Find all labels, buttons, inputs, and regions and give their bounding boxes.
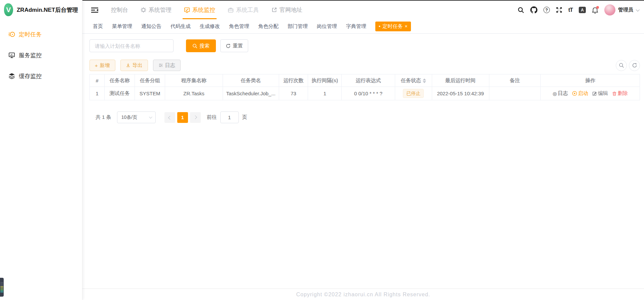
column-header-status[interactable]: 任务状态 — [395, 74, 432, 87]
refresh-table-button[interactable] — [629, 60, 640, 71]
stats-stripe — [0, 292, 3, 292]
search-button[interactable]: 搜索 — [186, 39, 216, 52]
server-monitor-icon — [8, 52, 15, 59]
table-tools — [616, 60, 640, 71]
show-search-toggle-button[interactable] — [616, 60, 627, 71]
reset-button[interactable]: 重置 — [220, 39, 248, 52]
gear-icon — [141, 7, 146, 13]
column-header-assembly: 程序集名称 — [165, 74, 223, 87]
tab-close-icon[interactable]: × — [405, 24, 407, 29]
content-area: 搜索 重置 + 新增 — [82, 34, 644, 289]
next-page-button[interactable] — [190, 112, 201, 123]
main-area: 控制台 系统管理 — [82, 0, 644, 300]
cell-index: 1 — [90, 87, 105, 100]
nav-item-label: 系统监控 — [192, 6, 215, 14]
avatar — [604, 4, 615, 15]
nav-right: ? tT A 管理员 — [518, 4, 639, 15]
bell-icon[interactable] — [592, 7, 598, 13]
cell-last-run: 2022-05-15 10:42:39 — [432, 87, 489, 100]
cell-run-count: 73 — [279, 87, 308, 100]
nav-item-official-site[interactable]: 官网地址 — [271, 1, 302, 19]
column-header-class: 任务类名 — [223, 74, 279, 87]
tab-department-management[interactable]: 部门管理 — [288, 23, 308, 30]
status-badge: 已停止 — [403, 89, 424, 98]
row-edit-link[interactable]: 编辑 — [592, 90, 608, 97]
search-icon[interactable] — [518, 7, 524, 13]
cell-actions: ◎ 日志 — [541, 87, 640, 100]
cell-remark — [489, 87, 541, 100]
tab-menu-management[interactable]: 菜单管理 — [112, 23, 132, 30]
prev-page-button[interactable] — [164, 112, 175, 123]
tab-bar: 首页 菜单管理 通知公告 代码生成 生成修改 角色管理 角色分配 部门管理 岗位… — [82, 19, 644, 34]
tab-role-assignment[interactable]: 角色分配 — [258, 23, 278, 30]
stats-stripe — [0, 285, 3, 286]
task-name-search-input[interactable] — [89, 39, 174, 52]
column-header-interval: 执行间隔(s) — [308, 74, 342, 87]
nav-left: 控制台 系统管理 — [91, 1, 302, 19]
sidebar-item-service-monitor[interactable]: 服务监控 — [0, 45, 82, 66]
sidebar-item-cache-monitor[interactable]: 缓存监控 — [0, 66, 82, 87]
tab-generation-edit[interactable]: 生成修改 — [200, 23, 220, 30]
fullscreen-icon[interactable] — [556, 7, 562, 13]
stats-stripe — [0, 288, 3, 288]
log-button-label: 日志 — [165, 62, 175, 69]
sort-carets-icon[interactable] — [423, 78, 426, 83]
row-log-link[interactable]: ◎ 日志 — [553, 90, 568, 97]
cell-status: 已停止 — [395, 87, 432, 100]
download-icon — [126, 63, 130, 68]
tab-dot-icon: ● — [379, 25, 380, 28]
tab-label: 定时任务 — [382, 23, 403, 30]
logo-row[interactable]: V ZRAdmin.NET后台管理 — [0, 0, 82, 20]
log-button[interactable]: 日志 — [153, 60, 181, 71]
tab-notice[interactable]: 通知公告 — [141, 23, 161, 30]
top-navbar: 控制台 系统管理 — [82, 1, 644, 19]
page-size-select[interactable]: 10条/页 — [117, 111, 156, 123]
goto-label: 前往 — [207, 114, 217, 121]
arrow-right-icon — [193, 115, 197, 119]
tab-home[interactable]: 首页 — [93, 23, 103, 30]
nav-item-system-tools[interactable]: 系统工具 — [228, 1, 259, 19]
play-circle-icon — [572, 91, 577, 96]
performance-stats-widget[interactable] — [0, 278, 4, 297]
tab-code-generation[interactable]: 代码生成 — [171, 23, 191, 30]
sidebar-item-scheduled-tasks[interactable]: 定时任务 — [0, 24, 82, 45]
chevron-down-icon — [149, 115, 152, 119]
pagination: 共 1 条 10条/页 1 前往 页 — [96, 111, 640, 123]
export-button[interactable]: 导出 — [120, 60, 148, 71]
reset-button-label: 重置 — [233, 43, 243, 49]
column-header-task-group: 任务分组 — [135, 74, 165, 87]
refresh-icon — [226, 43, 231, 48]
timer-icon — [8, 31, 15, 38]
row-start-link[interactable]: 启动 — [572, 90, 588, 97]
page-unit-label: 页 — [242, 114, 247, 121]
search-icon — [192, 43, 197, 48]
add-button-label: 新增 — [100, 62, 110, 69]
current-page-button[interactable]: 1 — [177, 112, 188, 123]
row-delete-link[interactable]: 删除 — [612, 90, 628, 97]
column-header-actions: 操作 — [541, 74, 640, 87]
nav-item-label: 控制台 — [111, 6, 128, 14]
tab-scheduled-tasks-active[interactable]: ● 定时任务 × — [375, 22, 411, 31]
pagination-total: 共 1 条 — [96, 114, 111, 121]
nav-item-system-management[interactable]: 系统管理 — [141, 1, 172, 19]
sidebar-item-label: 服务监控 — [19, 52, 42, 59]
font-size-icon[interactable]: tT — [568, 7, 573, 13]
github-icon[interactable] — [530, 6, 537, 13]
goto-page-input[interactable] — [220, 111, 239, 123]
notification-dot — [596, 6, 599, 9]
app-title: ZRAdmin.NET后台管理 — [17, 6, 78, 14]
nav-item-system-monitor[interactable]: 系统监控 — [184, 1, 215, 19]
nav-item-console[interactable]: 控制台 — [111, 1, 128, 19]
plus-icon: + — [95, 63, 98, 68]
tab-dictionary-management[interactable]: 字典管理 — [346, 23, 366, 30]
chevron-down-icon — [636, 7, 640, 11]
tab-role-management[interactable]: 角色管理 — [229, 23, 249, 30]
add-button[interactable]: + 新增 — [89, 60, 115, 71]
search-button-label: 搜索 — [199, 43, 210, 49]
translate-icon[interactable]: A — [579, 7, 586, 13]
collapse-sidebar-icon[interactable] — [91, 7, 99, 13]
tasks-table: # 任务名称 任务分组 程序集名称 任务类名 运行次数 执行间隔(s) 运行表达… — [89, 74, 640, 100]
user-menu[interactable]: 管理员 — [604, 4, 639, 15]
help-icon[interactable]: ? — [543, 7, 550, 13]
tab-post-management[interactable]: 岗位管理 — [317, 23, 337, 30]
